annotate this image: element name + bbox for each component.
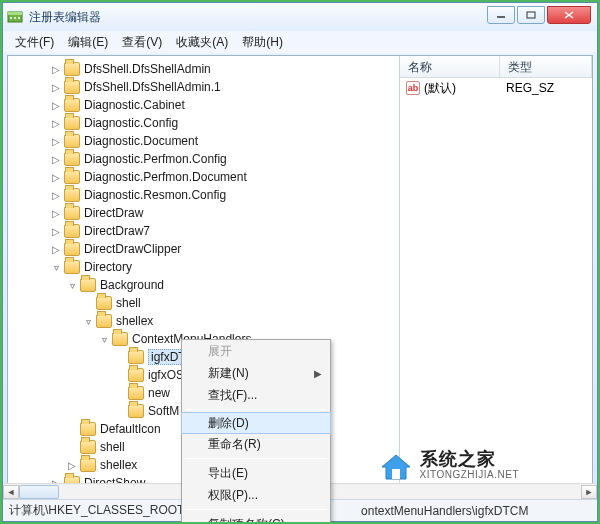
expander-icon	[114, 387, 126, 399]
status-path-left: 计算机\HKEY_CLASSES_ROOT\Dir	[9, 502, 203, 519]
value-type: REG_SZ	[506, 81, 554, 95]
cm-copy-key-name[interactable]: 复制项名称(C)	[182, 513, 330, 524]
cm-expand[interactable]: 展开	[182, 340, 330, 362]
folder-icon	[128, 386, 144, 400]
string-value-icon: ab	[406, 81, 420, 95]
tree-label: Diagnostic.Cabinet	[84, 98, 185, 112]
expander-icon[interactable]: ▷	[50, 225, 62, 237]
tree-label: Background	[100, 278, 164, 292]
cm-separator	[186, 409, 326, 410]
tree-item[interactable]: ▷Diagnostic.Perfmon.Document	[8, 168, 399, 186]
folder-icon	[80, 278, 96, 292]
expander-icon	[66, 423, 78, 435]
tree-label: Diagnostic.Document	[84, 134, 198, 148]
tree-item[interactable]: ▷DirectDrawClipper	[8, 240, 399, 258]
folder-icon	[96, 314, 112, 328]
expander-icon[interactable]: ▷	[50, 135, 62, 147]
tree-item[interactable]: ▷Diagnostic.Perfmon.Config	[8, 150, 399, 168]
folder-icon	[64, 80, 80, 94]
cm-permissions[interactable]: 权限(P)...	[182, 484, 330, 506]
tree-item[interactable]: ▷Diagnostic.Resmon.Config	[8, 186, 399, 204]
value-list-pane: 名称 类型 ab (默认) REG_SZ	[400, 56, 592, 516]
cm-separator	[186, 509, 326, 510]
tree-item[interactable]: ▿Background	[8, 276, 399, 294]
col-type[interactable]: 类型	[500, 56, 592, 77]
expander-icon	[114, 405, 126, 417]
expander-icon[interactable]: ▷	[50, 189, 62, 201]
menu-file[interactable]: 文件(F)	[9, 32, 60, 53]
cm-find[interactable]: 查找(F)...	[182, 384, 330, 406]
folder-icon	[64, 260, 80, 274]
tree-label: new	[148, 386, 170, 400]
expander-icon[interactable]: ▷	[50, 207, 62, 219]
expander-icon[interactable]: ▷	[66, 459, 78, 471]
expander-icon[interactable]: ▷	[50, 81, 62, 93]
expander-icon[interactable]: ▿	[66, 279, 78, 291]
context-menu: 展开 新建(N)▶ 查找(F)... 删除(D) 重命名(R) 导出(E) 权限…	[181, 339, 331, 524]
app-icon	[7, 9, 23, 25]
cm-delete[interactable]: 删除(D)	[181, 412, 331, 434]
cm-export[interactable]: 导出(E)	[182, 462, 330, 484]
scroll-thumb[interactable]	[19, 485, 59, 499]
folder-icon	[64, 224, 80, 238]
expander-icon[interactable]: ▷	[50, 171, 62, 183]
expander-icon[interactable]: ▿	[50, 261, 62, 273]
expander-icon[interactable]: ▷	[50, 117, 62, 129]
menu-help[interactable]: 帮助(H)	[236, 32, 289, 53]
tree-item[interactable]: ▷Diagnostic.Document	[8, 132, 399, 150]
menu-edit[interactable]: 编辑(E)	[62, 32, 114, 53]
scroll-left-icon[interactable]: ◄	[3, 485, 19, 499]
tree-item[interactable]: ▷DfsShell.DfsShellAdmin	[8, 60, 399, 78]
tree-label: igfxOS	[148, 368, 184, 382]
menu-view[interactable]: 查看(V)	[116, 32, 168, 53]
tree-item[interactable]: shell	[8, 294, 399, 312]
tree-item[interactable]: ▷DirectDraw7	[8, 222, 399, 240]
folder-icon	[64, 134, 80, 148]
minimize-button[interactable]	[487, 6, 515, 24]
menu-fav[interactable]: 收藏夹(A)	[170, 32, 234, 53]
window-buttons	[487, 6, 591, 24]
folder-icon	[64, 62, 80, 76]
expander-icon	[114, 369, 126, 381]
folder-icon	[64, 188, 80, 202]
tree-item[interactable]: ▷DfsShell.DfsShellAdmin.1	[8, 78, 399, 96]
expander-icon[interactable]: ▷	[50, 153, 62, 165]
close-button[interactable]	[547, 6, 591, 24]
tree-item[interactable]: ▷Diagnostic.Cabinet	[8, 96, 399, 114]
folder-icon	[64, 116, 80, 130]
value-name: (默认)	[424, 80, 506, 97]
tree-label: DirectDraw	[84, 206, 143, 220]
folder-icon	[128, 350, 144, 364]
titlebar: 注册表编辑器	[3, 3, 597, 31]
expander-icon	[114, 351, 126, 363]
cm-rename[interactable]: 重命名(R)	[182, 433, 330, 455]
expander-icon	[82, 297, 94, 309]
folder-icon	[64, 98, 80, 112]
svg-point-3	[14, 17, 16, 19]
tree-item[interactable]: ▷DirectDraw	[8, 204, 399, 222]
expander-icon[interactable]: ▷	[50, 99, 62, 111]
svg-point-4	[18, 17, 20, 19]
expander-icon[interactable]: ▷	[50, 63, 62, 75]
status-path-right: ontextMenuHandlers\igfxDTCM	[361, 504, 528, 518]
expander-icon[interactable]: ▿	[82, 315, 94, 327]
folder-icon	[64, 170, 80, 184]
tree-item[interactable]: ▷Diagnostic.Config	[8, 114, 399, 132]
folder-icon	[80, 458, 96, 472]
folder-icon	[128, 368, 144, 382]
maximize-button[interactable]	[517, 6, 545, 24]
scroll-right-icon[interactable]: ►	[581, 485, 597, 499]
expander-icon[interactable]: ▷	[50, 243, 62, 255]
tree-item[interactable]: ▿shellex	[8, 312, 399, 330]
tree-label: shellex	[100, 458, 137, 472]
tree-label: DfsShell.DfsShellAdmin	[84, 62, 211, 76]
submenu-arrow-icon: ▶	[314, 368, 322, 379]
table-row[interactable]: ab (默认) REG_SZ	[400, 78, 592, 98]
window-title: 注册表编辑器	[29, 9, 487, 26]
expander-icon[interactable]: ▿	[98, 333, 110, 345]
tree-item[interactable]: ▿Directory	[8, 258, 399, 276]
cm-new[interactable]: 新建(N)▶	[182, 362, 330, 384]
expander-icon	[66, 441, 78, 453]
tree-label: Directory	[84, 260, 132, 274]
col-name[interactable]: 名称	[400, 56, 500, 77]
